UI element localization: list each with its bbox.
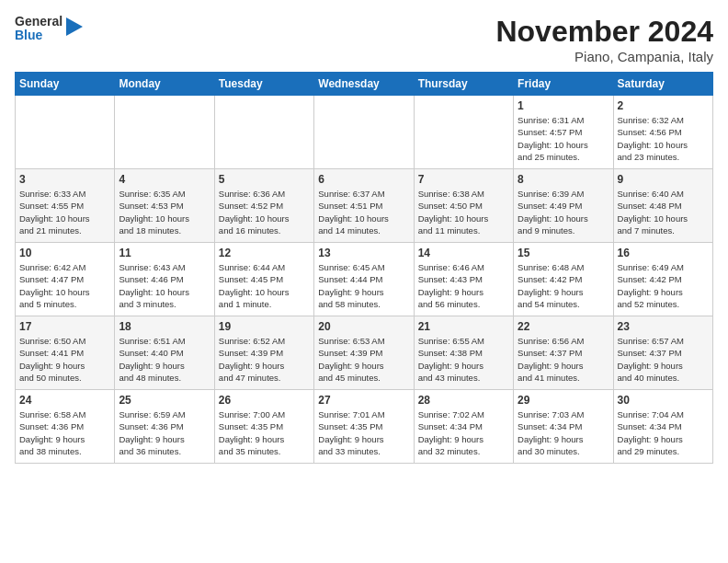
day-info: Sunrise: 6:49 AM Sunset: 4:42 PM Dayligh…	[618, 261, 709, 310]
day-number: 20	[318, 320, 409, 333]
day-info: Sunrise: 6:36 AM Sunset: 4:52 PM Dayligh…	[219, 188, 310, 236]
day-number: 24	[19, 394, 110, 407]
day-info: Sunrise: 6:52 AM Sunset: 4:39 PM Dayligh…	[219, 335, 310, 384]
calendar-cell: 2Sunrise: 6:32 AM Sunset: 4:56 PM Daylig…	[613, 96, 712, 169]
logo-text: General Blue	[15, 15, 63, 43]
calendar-week-4: 17Sunrise: 6:50 AM Sunset: 4:41 PM Dayli…	[16, 316, 713, 390]
calendar-cell: 20Sunrise: 6:53 AM Sunset: 4:39 PM Dayli…	[314, 316, 414, 390]
day-info: Sunrise: 6:32 AM Sunset: 4:56 PM Dayligh…	[618, 114, 709, 163]
header-day-monday: Monday	[115, 73, 214, 96]
day-info: Sunrise: 6:44 AM Sunset: 4:45 PM Dayligh…	[219, 261, 310, 310]
day-info: Sunrise: 6:31 AM Sunset: 4:57 PM Dayligh…	[518, 114, 609, 163]
day-info: Sunrise: 6:39 AM Sunset: 4:49 PM Dayligh…	[518, 188, 609, 236]
calendar-cell: 1Sunrise: 6:31 AM Sunset: 4:57 PM Daylig…	[514, 96, 613, 169]
day-number: 21	[418, 320, 509, 333]
page-subtitle: Piano, Campania, Italy	[495, 49, 713, 64]
day-number: 6	[318, 173, 409, 186]
calendar-cell: 4Sunrise: 6:35 AM Sunset: 4:53 PM Daylig…	[115, 169, 214, 243]
calendar-cell: 23Sunrise: 6:57 AM Sunset: 4:37 PM Dayli…	[613, 316, 712, 390]
day-info: Sunrise: 7:00 AM Sunset: 4:35 PM Dayligh…	[219, 408, 310, 457]
day-info: Sunrise: 7:02 AM Sunset: 4:34 PM Dayligh…	[418, 408, 509, 457]
calendar-cell: 3Sunrise: 6:33 AM Sunset: 4:55 PM Daylig…	[16, 169, 115, 243]
day-info: Sunrise: 6:57 AM Sunset: 4:37 PM Dayligh…	[618, 335, 709, 384]
calendar-cell: 29Sunrise: 7:03 AM Sunset: 4:34 PM Dayli…	[514, 390, 613, 464]
day-info: Sunrise: 6:56 AM Sunset: 4:37 PM Dayligh…	[518, 335, 609, 384]
calendar-cell: 15Sunrise: 6:48 AM Sunset: 4:42 PM Dayli…	[514, 243, 613, 316]
day-number: 17	[19, 320, 110, 333]
day-number: 23	[618, 320, 709, 333]
calendar-table: SundayMondayTuesdayWednesdayThursdayFrid…	[15, 72, 713, 464]
day-info: Sunrise: 6:53 AM Sunset: 4:39 PM Dayligh…	[318, 335, 409, 384]
header-day-saturday: Saturday	[613, 73, 712, 96]
logo-blue: Blue	[15, 29, 63, 42]
page-title: November 2024	[495, 15, 713, 49]
calendar-cell: 14Sunrise: 6:46 AM Sunset: 4:43 PM Dayli…	[414, 243, 513, 316]
calendar-cell	[414, 96, 513, 169]
day-info: Sunrise: 7:01 AM Sunset: 4:35 PM Dayligh…	[318, 408, 409, 457]
calendar-cell: 19Sunrise: 6:52 AM Sunset: 4:39 PM Dayli…	[214, 316, 313, 390]
day-number: 19	[219, 320, 310, 333]
day-info: Sunrise: 6:33 AM Sunset: 4:55 PM Dayligh…	[19, 188, 110, 236]
day-info: Sunrise: 6:50 AM Sunset: 4:41 PM Dayligh…	[19, 335, 110, 384]
calendar-cell: 9Sunrise: 6:40 AM Sunset: 4:48 PM Daylig…	[613, 169, 712, 243]
calendar-cell: 24Sunrise: 6:58 AM Sunset: 4:36 PM Dayli…	[16, 390, 115, 464]
day-number: 4	[119, 173, 210, 186]
day-number: 29	[518, 394, 609, 407]
day-number: 11	[119, 247, 210, 259]
calendar-cell: 22Sunrise: 6:56 AM Sunset: 4:37 PM Dayli…	[514, 316, 613, 390]
header-day-sunday: Sunday	[16, 73, 115, 96]
day-info: Sunrise: 6:37 AM Sunset: 4:51 PM Dayligh…	[318, 188, 409, 236]
header-day-friday: Friday	[514, 73, 613, 96]
calendar-cell	[115, 96, 214, 169]
calendar-cell: 21Sunrise: 6:55 AM Sunset: 4:38 PM Dayli…	[414, 316, 513, 390]
header: General Blue November 2024 Piano, Campan…	[15, 15, 713, 64]
day-number: 10	[19, 247, 110, 259]
day-number: 25	[119, 394, 210, 407]
header-row: SundayMondayTuesdayWednesdayThursdayFrid…	[16, 73, 713, 96]
day-number: 15	[518, 247, 609, 259]
calendar-cell: 26Sunrise: 7:00 AM Sunset: 4:35 PM Dayli…	[214, 390, 313, 464]
day-info: Sunrise: 6:43 AM Sunset: 4:46 PM Dayligh…	[119, 261, 210, 310]
day-number: 13	[318, 247, 409, 259]
logo: General Blue	[15, 15, 83, 43]
calendar-cell	[16, 96, 115, 169]
calendar-cell: 27Sunrise: 7:01 AM Sunset: 4:35 PM Dayli…	[314, 390, 414, 464]
logo-general: General	[15, 15, 63, 29]
day-number: 12	[219, 247, 310, 259]
day-info: Sunrise: 6:35 AM Sunset: 4:53 PM Dayligh…	[119, 188, 210, 236]
calendar-cell: 6Sunrise: 6:37 AM Sunset: 4:51 PM Daylig…	[314, 169, 414, 243]
day-info: Sunrise: 6:58 AM Sunset: 4:36 PM Dayligh…	[19, 408, 110, 457]
calendar-week-3: 10Sunrise: 6:42 AM Sunset: 4:47 PM Dayli…	[16, 243, 713, 316]
calendar-cell: 17Sunrise: 6:50 AM Sunset: 4:41 PM Dayli…	[16, 316, 115, 390]
header-day-thursday: Thursday	[414, 73, 513, 96]
day-info: Sunrise: 6:42 AM Sunset: 4:47 PM Dayligh…	[19, 261, 110, 310]
day-number: 16	[618, 247, 709, 259]
day-number: 26	[219, 394, 310, 407]
calendar-cell	[214, 96, 313, 169]
calendar-cell: 8Sunrise: 6:39 AM Sunset: 4:49 PM Daylig…	[514, 169, 613, 243]
header-day-wednesday: Wednesday	[314, 73, 414, 96]
day-info: Sunrise: 6:38 AM Sunset: 4:50 PM Dayligh…	[418, 188, 509, 236]
calendar-cell: 5Sunrise: 6:36 AM Sunset: 4:52 PM Daylig…	[214, 169, 313, 243]
title-area: November 2024 Piano, Campania, Italy	[495, 15, 713, 64]
day-info: Sunrise: 6:51 AM Sunset: 4:40 PM Dayligh…	[119, 335, 210, 384]
calendar-week-5: 24Sunrise: 6:58 AM Sunset: 4:36 PM Dayli…	[16, 390, 713, 464]
calendar-cell: 16Sunrise: 6:49 AM Sunset: 4:42 PM Dayli…	[613, 243, 712, 316]
calendar-cell: 12Sunrise: 6:44 AM Sunset: 4:45 PM Dayli…	[214, 243, 313, 316]
day-number: 18	[119, 320, 210, 333]
calendar-week-2: 3Sunrise: 6:33 AM Sunset: 4:55 PM Daylig…	[16, 169, 713, 243]
logo-arrow-icon	[66, 17, 83, 36]
calendar-cell: 25Sunrise: 6:59 AM Sunset: 4:36 PM Dayli…	[115, 390, 214, 464]
day-info: Sunrise: 6:48 AM Sunset: 4:42 PM Dayligh…	[518, 261, 609, 310]
calendar-cell: 11Sunrise: 6:43 AM Sunset: 4:46 PM Dayli…	[115, 243, 214, 316]
calendar-body: 1Sunrise: 6:31 AM Sunset: 4:57 PM Daylig…	[16, 96, 713, 464]
calendar-cell: 13Sunrise: 6:45 AM Sunset: 4:44 PM Dayli…	[314, 243, 414, 316]
day-number: 22	[518, 320, 609, 333]
day-info: Sunrise: 6:59 AM Sunset: 4:36 PM Dayligh…	[119, 408, 210, 457]
calendar-week-1: 1Sunrise: 6:31 AM Sunset: 4:57 PM Daylig…	[16, 96, 713, 169]
day-number: 5	[219, 173, 310, 186]
day-number: 27	[318, 394, 409, 407]
calendar-header: SundayMondayTuesdayWednesdayThursdayFrid…	[16, 73, 713, 96]
day-info: Sunrise: 6:55 AM Sunset: 4:38 PM Dayligh…	[418, 335, 509, 384]
day-number: 9	[618, 173, 709, 186]
